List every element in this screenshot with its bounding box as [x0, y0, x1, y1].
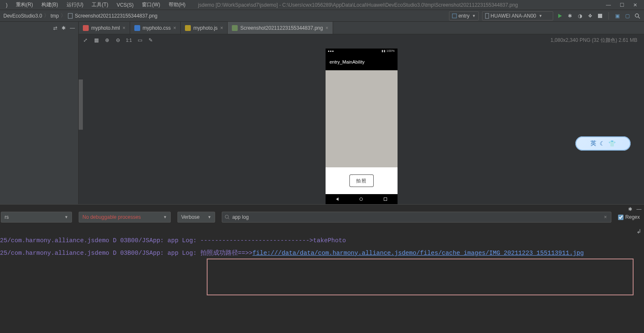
crumb-file-label[interactable]: Screenshot20211223155344837.png: [75, 13, 158, 19]
tab-label: myphoto.js: [193, 25, 218, 31]
color-picker-icon[interactable]: ✎: [147, 37, 154, 44]
regex-toggle[interactable]: Regex: [618, 214, 640, 220]
menu-help[interactable]: 帮助(H): [164, 1, 190, 8]
clear-search-icon[interactable]: ×: [602, 214, 608, 220]
close-icon[interactable]: ×: [123, 25, 126, 31]
maximize-button[interactable]: ☐: [619, 2, 625, 8]
menu-tools[interactable]: 工具(T): [87, 1, 112, 8]
window-title: jsdemo [D:\WorkSpace\sd7\jsdemo] - C:\Us…: [190, 2, 606, 8]
menu-vcs[interactable]: VCS(S): [113, 2, 138, 8]
tab-myphoto-js[interactable]: myphoto.js ×: [181, 22, 228, 34]
shutter-label: 拍照: [356, 178, 367, 184]
tab-screenshot-png[interactable]: Screenshot20211223155344837.png ×: [228, 22, 333, 34]
image-info-label: 1,080x2,340 PNG (32 位颜色) 2.61 MB: [551, 37, 641, 44]
hml-file-icon: [83, 25, 89, 31]
screenshot-preview: ▮▮ 100% entry_MainAbility 拍照: [326, 49, 398, 204]
soft-wrap-icon[interactable]: ↲: [636, 228, 641, 235]
sidebar-toolbar: ⇄ ✱ —: [0, 22, 78, 34]
phone-camera-preview: [326, 70, 398, 167]
open-folder2-button[interactable]: ▢: [624, 13, 631, 19]
ime-floating-widget[interactable]: 英 ☾ 👕: [575, 136, 631, 151]
log-search-field[interactable]: ×: [222, 212, 611, 223]
device-combo[interactable]: HUAWEI ANA-AN00 ▼: [482, 11, 553, 20]
log-filter-bar: rs ▼ No debuggable processes ▼ Verbose ▼…: [0, 205, 644, 225]
run-button[interactable]: [557, 13, 563, 19]
search-everywhere-button[interactable]: [634, 13, 641, 19]
log-settings-icon[interactable]: ✱: [628, 206, 632, 212]
tab-myphoto-css[interactable]: myphoto.css ×: [130, 22, 181, 34]
ime-moon-icon: ☾: [600, 140, 605, 147]
svg-point-7: [225, 215, 228, 218]
crumb-folder[interactable]: tmp: [51, 13, 59, 19]
coverage-button[interactable]: ◑: [577, 13, 583, 19]
tab-label: Screenshot20211223155344837.png: [240, 25, 323, 31]
stop-button[interactable]: [597, 13, 603, 19]
svg-point-5: [635, 14, 639, 17]
device-label: HUAWEI ANA-AN00: [490, 13, 536, 19]
process-filter-label: No debuggable processes: [82, 214, 141, 220]
grid-icon[interactable]: ▦: [93, 37, 100, 44]
nav-home-icon: [359, 197, 363, 201]
tab-label: myphoto.hml: [91, 25, 120, 31]
debug-button[interactable]: ✱: [567, 13, 573, 19]
log-file-link[interactable]: file:///data/data/com.harmony.alliance.j…: [252, 250, 584, 256]
device-filter-combo[interactable]: rs ▼: [1, 212, 72, 223]
ime-mode-label: 英: [590, 140, 596, 147]
svg-rect-1: [452, 14, 457, 18]
menu-window[interactable]: 窗口(W): [138, 1, 164, 8]
module-icon: [452, 13, 457, 18]
css-file-icon: [134, 25, 140, 31]
phone-ability-title: entry_MainAbility: [326, 54, 398, 70]
breadcrumb: DevEcoStudio3.0 〉 tmp 〉 Screenshot202112…: [3, 12, 449, 19]
svg-rect-4: [598, 14, 602, 18]
menu-run[interactable]: 运行(U): [62, 1, 88, 8]
regex-checkbox[interactable]: [618, 215, 623, 220]
shutter-button: 拍照: [352, 174, 371, 187]
log-panel: ✱ — rs ▼ No debuggable processes ▼ Verbo…: [0, 204, 644, 333]
svg-line-8: [228, 218, 229, 219]
zoom-out-icon[interactable]: ⊖: [115, 37, 121, 44]
sidebar-collapse-icon[interactable]: —: [70, 25, 75, 31]
log-search-input[interactable]: [232, 214, 602, 220]
sidebar-select-opened-icon[interactable]: ⇄: [53, 25, 57, 31]
log-hide-icon[interactable]: —: [636, 206, 641, 212]
tab-myphoto-hml[interactable]: myphoto.hml ×: [79, 22, 130, 34]
process-filter-combo[interactable]: No debuggable processes ▼: [79, 212, 171, 223]
close-icon[interactable]: ×: [220, 25, 223, 31]
log-prefix: 25/com.harmony.alliance.jsdemo D 03B00/J…: [0, 250, 252, 256]
actual-size-icon[interactable]: 1:1: [126, 37, 132, 44]
run-toolbar: entry ▼ HUAWEI ANA-AN00 ▼ ✱ ◑ ❖ ▣ ▢: [449, 11, 641, 20]
zoom-in-icon[interactable]: ⊕: [104, 37, 110, 44]
menu-build[interactable]: 构建(B): [37, 1, 62, 8]
svg-rect-2: [485, 13, 489, 18]
close-window-button[interactable]: ✕: [632, 2, 638, 8]
profiler-button[interactable]: ❖: [587, 13, 593, 19]
menu-refactor[interactable]: 重构(R): [12, 1, 37, 8]
log-level-label: Verbose: [181, 214, 200, 220]
log-level-combo[interactable]: Verbose ▼: [177, 212, 215, 223]
sidebar-settings-icon[interactable]: ✱: [62, 25, 66, 31]
crumb-file[interactable]: [67, 13, 73, 19]
minimize-button[interactable]: —: [606, 2, 611, 8]
chevron-down-icon: ▼: [64, 215, 68, 219]
phone-status-bar: ▮▮ 100%: [326, 49, 398, 54]
svg-rect-0: [68, 13, 72, 18]
crumb-project[interactable]: DevEcoStudio3.0: [3, 13, 42, 19]
open-folder-button[interactable]: ▣: [614, 13, 621, 19]
window-controls: — ☐ ✕: [606, 2, 642, 8]
editor-tabs: myphoto.hml × myphoto.css × myphoto.js ×…: [79, 22, 644, 34]
search-icon: [225, 215, 230, 220]
chevron-down-icon: ▼: [539, 14, 542, 18]
navigation-bar: DevEcoStudio3.0 〉 tmp 〉 Screenshot202112…: [0, 10, 644, 22]
close-icon[interactable]: ×: [326, 25, 328, 31]
close-icon[interactable]: ×: [173, 25, 176, 31]
background-icon[interactable]: ▭: [136, 37, 143, 44]
run-config-combo[interactable]: entry ▼: [449, 11, 479, 20]
log-output[interactable]: 25/com.harmony.alliance.jsdemo D 03B00/J…: [0, 225, 644, 333]
crumb-sep-icon: 〉: [44, 12, 49, 19]
fit-to-screen-icon[interactable]: ⤢: [82, 37, 89, 44]
phone-icon: [485, 13, 489, 19]
log-prefix: 25/com.harmony.alliance.jsdemo D 03B00/J…: [0, 237, 200, 244]
menu-bar: ) 重构(R) 构建(B) 运行(U) 工具(T) VCS(S) 窗口(W) 帮…: [0, 0, 644, 10]
file-icon: [67, 13, 73, 19]
